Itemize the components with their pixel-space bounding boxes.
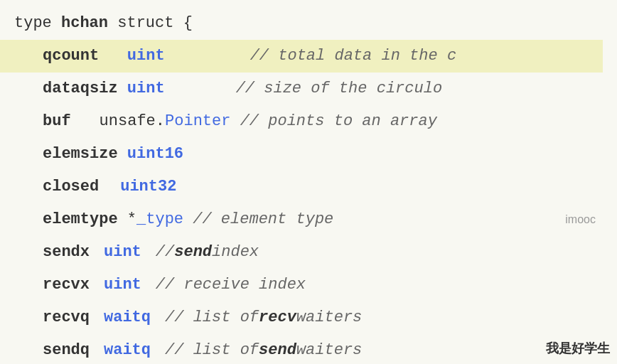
field-sendq: sendq — [43, 334, 90, 364]
comment-elemtype: // element type — [193, 203, 333, 236]
field-qcount: qcount — [43, 40, 99, 73]
comment-sendx-post: index — [212, 236, 259, 269]
line-struct: type hchan struct { — [14, 7, 617, 40]
comment-recvx: // receive index — [156, 269, 306, 301]
type-uint-dataqsiz: uint — [127, 73, 165, 105]
comment-buf: // points to an array — [240, 105, 437, 138]
type-uint16: uint16 — [127, 138, 183, 171]
comment-sendq-post: waiters — [296, 334, 362, 364]
line-elemtype: elemtype *_type // element type — [14, 203, 617, 236]
comment-sendx-pre: // — [156, 236, 174, 269]
field-recvq: recvq — [43, 301, 90, 334]
keyword-type: type — [14, 7, 52, 40]
line-buf: buf unsafe.Pointer // points to an array — [14, 105, 617, 138]
line-recvx: recvx uint // receive index — [14, 269, 617, 301]
watermark-bottom: 我是好学生 — [546, 340, 610, 357]
comment-recvq-pre: // list of — [165, 301, 259, 334]
type-waitq-sendq: waitq — [104, 334, 151, 364]
line-sendq: sendq waitq // list of send waiters — [14, 334, 617, 364]
type-pointer: Pointer — [165, 105, 230, 138]
pointer-star: * — [127, 203, 136, 236]
comment-sendq-pre: // list of — [165, 334, 259, 364]
comment-qcount: // total data in the c — [250, 40, 456, 73]
field-dataqsiz: dataqsiz — [43, 73, 118, 105]
type-uint-recvx: uint — [104, 269, 141, 301]
comment-dataqsiz: // size of the circulo — [236, 73, 442, 105]
field-buf: buf — [43, 105, 71, 138]
line-elemsize: elemsize uint16 — [14, 138, 617, 171]
comment-recvq-post: waiters — [296, 301, 362, 334]
field-elemtype: elemtype — [43, 203, 118, 236]
field-elemsize: elemsize — [43, 138, 118, 171]
struct-name: hchan — [61, 7, 108, 40]
field-closed: closed — [43, 171, 99, 203]
line-closed: closed uint32 — [14, 171, 617, 203]
type-type: _type — [136, 203, 183, 236]
code-block: type hchan struct { qcount uint // total… — [0, 0, 617, 364]
field-sendx: sendx — [43, 236, 90, 269]
type-uint32: uint32 — [120, 171, 176, 203]
field-recvx: recvx — [43, 269, 90, 301]
line-sendx: sendx uint // send index — [14, 236, 617, 269]
type-waitq-recvq: waitq — [104, 301, 151, 334]
line-qcount: qcount uint // total data in the c — [0, 40, 603, 73]
line-dataqsiz: dataqsiz uint // size of the circulo — [14, 73, 617, 105]
watermark-imooc: imooc — [565, 213, 596, 226]
comment-sendx-bold: send — [174, 236, 212, 269]
line-recvq: recvq waitq // list of recv waiters — [14, 301, 617, 334]
comment-recvq-bold: recv — [259, 301, 296, 334]
type-uint: uint — [127, 40, 165, 73]
type-unsafe: unsafe. — [100, 105, 165, 138]
comment-sendq-bold: send — [259, 334, 296, 364]
type-uint-sendx: uint — [104, 236, 141, 269]
